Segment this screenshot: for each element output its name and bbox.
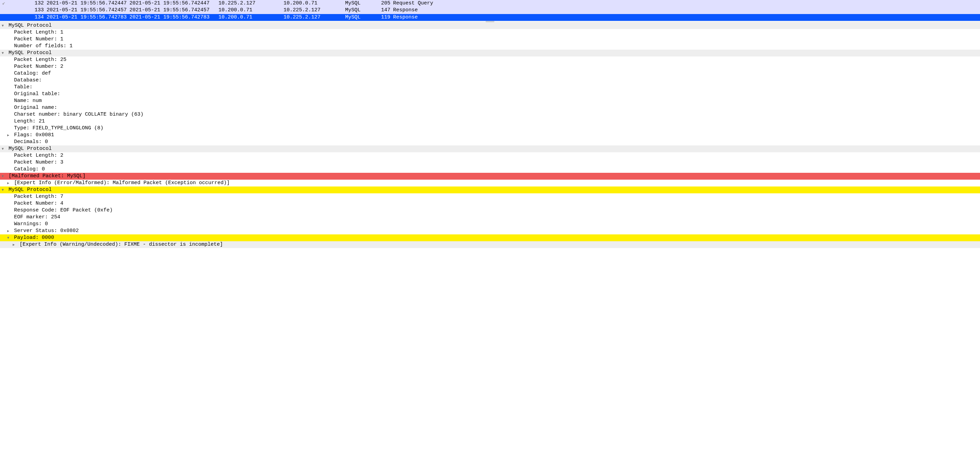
tree-row[interactable]: Packet Number: 1 [0,36,980,43]
expand-toggle-open-icon[interactable] [0,173,5,179]
tree-row[interactable]: MySQL Protocol [0,22,980,29]
tree-row[interactable]: Name: num [0,97,980,104]
spacer [11,207,14,214]
tree-row[interactable]: Decimals: 0 [0,138,980,145]
tree-field-label: MySQL Protocol [9,22,980,29]
tree-row[interactable]: Type: FIELD_TYPE_LONGLONG (8) [0,125,980,132]
tree-field-label: MySQL Protocol [9,49,980,56]
packet-timestamp: 2021-05-21 19:55:56.742447 [128,0,217,7]
spacer [5,186,9,193]
tree-row[interactable]: [Malformed Packet: MySQL] [0,173,980,179]
packet-row[interactable]: 1342021-05-21 19:55:56.7427832021-05-21 … [0,14,980,21]
tree-field-label: [Expert Info (Warning/Undecoded): FIXME … [19,241,980,248]
tree-field-label: [Expert Info (Error/Malformed): Malforme… [14,179,980,186]
tree-row[interactable]: Original name: [0,104,980,111]
spacer [11,159,14,166]
tree-row[interactable]: [Expert Info (Error/Malformed): Malforme… [0,179,980,186]
gutter-spacer [0,7,8,14]
packet-source: 10.200.0.71 [217,14,282,21]
tree-field-label: Database: [14,77,980,84]
tree-row[interactable]: Packet Length: 1 [0,29,980,36]
expand-toggle-open-icon[interactable] [0,49,5,56]
expand-toggle-open-icon[interactable] [0,22,5,29]
spacer [11,221,14,227]
tree-row[interactable]: Original table: [0,91,980,97]
expand-toggle-closed-icon[interactable] [5,179,11,186]
expand-toggle-open-icon[interactable] [0,186,5,193]
spacer [11,56,14,63]
tree-field-label: MySQL Protocol [9,186,980,193]
spacer [11,111,14,118]
tree-row[interactable]: Payload: 0000 [0,234,980,241]
packet-info: Request Query [392,0,980,7]
tree-row[interactable]: Database: [0,77,980,84]
tree-field-label: Packet Length: 2 [14,152,980,159]
spacer [11,29,14,36]
packet-timestamp: 2021-05-21 19:55:56.742457 [128,7,217,14]
tree-row[interactable]: MySQL Protocol [0,145,980,152]
spacer [11,63,14,70]
spacer [5,145,9,152]
spacer [11,77,14,84]
packet-info: Response [392,7,980,14]
tree-row[interactable]: Packet Length: 25 [0,56,980,63]
packet-delta-time: 2021-05-21 19:55:56.742457 [45,7,128,14]
spacer [5,49,9,56]
tree-field-label: Packet Number: 3 [14,159,980,166]
tree-field-label: MySQL Protocol [9,145,980,152]
tree-row[interactable]: Table: [0,84,980,91]
tree-row[interactable]: Warnings: 0 [0,221,980,227]
packet-info: Response [392,14,980,21]
tree-row[interactable]: Packet Number: 4 [0,200,980,207]
tree-row[interactable]: MySQL Protocol [0,49,980,56]
spacer [11,234,14,241]
tree-row[interactable]: Number of fields: 1 [0,43,980,49]
splitter-handle-icon [485,21,495,22]
packet-length: 147 [375,7,392,14]
packet-row[interactable]: 1332021-05-21 19:55:56.7424572021-05-21 … [0,7,980,14]
tree-field-label: Packet Number: 4 [14,200,980,207]
expand-toggle-closed-icon[interactable] [5,227,11,234]
spacer [5,173,9,179]
tree-row[interactable]: Packet Number: 3 [0,159,980,166]
expand-toggle-closed-icon[interactable] [5,132,11,138]
tree-field-label: EOF marker: 254 [14,214,980,221]
tree-row[interactable]: Packet Number: 2 [0,63,980,70]
tree-row[interactable]: Catalog: def [0,70,980,77]
pane-splitter[interactable] [0,21,980,22]
packet-row[interactable]: ↙1322021-05-21 19:55:56.7424472021-05-21… [0,0,980,7]
tree-row[interactable]: Length: 21 [0,118,980,125]
packet-protocol: MySQL [344,0,375,7]
tree-row[interactable]: MySQL Protocol [0,186,980,193]
packet-details-tree[interactable]: MySQL Protocol Packet Length: 1 Packet N… [0,22,980,249]
tree-row[interactable]: Packet Length: 7 [0,193,980,200]
spacer [11,152,14,159]
spacer [11,200,14,207]
packet-destination: 10.225.2.127 [282,7,344,14]
tree-row[interactable]: Charset number: binary COLLATE binary (6… [0,111,980,118]
tree-row[interactable]: Server Status: 0x0802 [0,227,980,234]
spacer [11,97,14,104]
spacer [11,125,14,132]
expand-toggle-open-icon[interactable] [0,145,5,152]
tree-field-label: Name: num [14,97,980,104]
packet-list[interactable]: ↙1322021-05-21 19:55:56.7424472021-05-21… [0,0,980,21]
spacer [11,70,14,77]
tree-row[interactable]: Flags: 0x0081 [0,132,980,138]
packet-protocol: MySQL [344,7,375,14]
expand-toggle-open-icon[interactable] [5,234,11,241]
tree-row[interactable]: [Expert Info (Warning/Undecoded): FIXME … [0,241,980,248]
tree-field-label: Type: FIELD_TYPE_LONGLONG (8) [14,125,980,132]
tree-row[interactable]: Packet Length: 2 [0,152,980,159]
expand-toggle-closed-icon[interactable] [11,241,16,248]
packet-delta-time: 2021-05-21 19:55:56.742783 [45,14,128,21]
packet-number: 134 [8,14,45,21]
packet-length: 119 [375,14,392,21]
tree-row[interactable]: EOF marker: 254 [0,214,980,221]
tree-row[interactable]: Response Code: EOF Packet (0xfe) [0,207,980,214]
tree-field-label: Packet Number: 2 [14,63,980,70]
tree-row[interactable]: Catalog: 0 [0,166,980,173]
spacer [11,43,14,49]
packet-source: 10.200.0.71 [217,7,282,14]
spacer [11,118,14,125]
